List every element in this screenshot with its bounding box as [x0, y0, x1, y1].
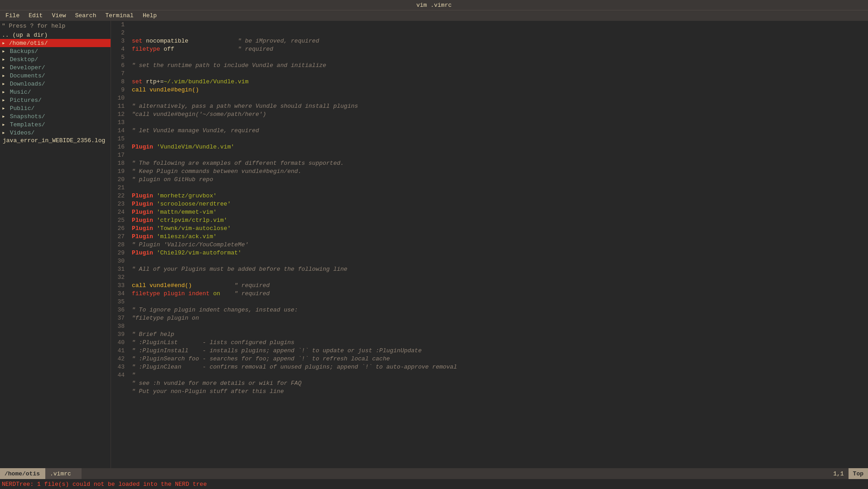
code-line: " :PluginList - lists configured plugins — [132, 339, 868, 347]
editor: 1234567891011121314151617181920212223242… — [111, 21, 868, 468]
sidebar-item[interactable]: ▸ Downloads/ — [0, 80, 111, 88]
menu-item-file[interactable]: File — [2, 11, 23, 20]
code-line: " To ignore plugin indent changes, inste… — [132, 306, 868, 314]
line-number: 34 — [111, 290, 125, 298]
main-area: " Press ? for help .. (up a dir)▸ /home/… — [0, 21, 868, 468]
line-number: 43 — [111, 363, 125, 371]
titlebar-text: vim .vimrc — [416, 2, 452, 9]
line-number: 6 — [111, 62, 125, 70]
line-number: 20 — [111, 176, 125, 184]
line-number: 44 — [111, 371, 125, 379]
code-line: Plugin 'Chiel92/vim-autoformat' — [132, 249, 868, 257]
code-line — [132, 151, 868, 159]
line-number: 41 — [111, 347, 125, 355]
line-number: 11 — [111, 102, 125, 110]
line-number: 1 — [111, 21, 125, 29]
menu-item-terminal[interactable]: Terminal — [101, 11, 137, 20]
status-position: 1,1 — [829, 468, 848, 479]
code-line: " let Vundle manage Vundle, required — [132, 127, 868, 135]
code-line: "call vundle#begin('~/some/path/here') — [132, 110, 868, 119]
code-line — [132, 94, 868, 102]
titlebar: vim .vimrc — [0, 0, 868, 10]
editor-content: 1234567891011121314151617181920212223242… — [111, 21, 868, 468]
code-area[interactable]: set nocompatible " be iMproved, required… — [128, 21, 868, 468]
code-line: " Put your non-Plugin stuff after this l… — [132, 388, 868, 396]
code-line — [132, 53, 868, 62]
code-line — [132, 135, 868, 143]
code-line — [132, 322, 868, 331]
line-number: 13 — [111, 119, 125, 127]
line-number: 22 — [111, 192, 125, 200]
line-number: 26 — [111, 225, 125, 233]
sidebar-item[interactable]: ▸ Public/ — [0, 104, 111, 112]
sidebar-item[interactable]: ▸ Backups/ — [0, 47, 111, 55]
line-number: 3 — [111, 37, 125, 45]
code-line: set nocompatible " be iMproved, required — [132, 37, 868, 45]
sidebar: " Press ? for help .. (up a dir)▸ /home/… — [0, 21, 111, 468]
sidebar-item[interactable]: java_error_in_WEBIDE_2356.log — [0, 137, 111, 144]
sidebar-item[interactable]: ▸ Videos/ — [0, 129, 111, 137]
menu-item-view[interactable]: View — [48, 11, 69, 20]
code-line: filetype plugin indent on " required — [132, 290, 868, 298]
line-number: 16 — [111, 143, 125, 151]
line-number: 19 — [111, 168, 125, 176]
sidebar-item[interactable]: ▸ Snapshots/ — [0, 112, 111, 120]
code-line: " Plugin 'Valloric/YouCompleteMe' — [132, 241, 868, 249]
code-line: " Brief help — [132, 331, 868, 339]
code-line: Plugin 'scrooloose/nerdtree' — [132, 200, 868, 208]
sidebar-item[interactable]: ▸ Developer/ — [0, 63, 111, 72]
status-path: /home/otis — [0, 468, 45, 479]
menubar: FileEditViewSearchTerminalHelp — [0, 10, 868, 21]
sidebar-item[interactable]: ▸ Pictures/ — [0, 96, 111, 104]
line-number: 39 — [111, 331, 125, 339]
menu-item-search[interactable]: Search — [72, 11, 100, 20]
sidebar-item[interactable]: .. (up a dir) — [0, 31, 111, 39]
line-number: 10 — [111, 94, 125, 102]
line-number: 15 — [111, 135, 125, 143]
sidebar-item[interactable]: ▸ /home/otis/ — [0, 39, 111, 47]
line-number: 36 — [111, 306, 125, 314]
line-number: 2 — [111, 29, 125, 37]
line-number: 32 — [111, 273, 125, 282]
line-number: 14 — [111, 127, 125, 135]
sidebar-item[interactable]: ▸ Templates/ — [0, 120, 111, 129]
code-line: filetype off " required — [132, 45, 868, 53]
line-number: 23 — [111, 200, 125, 208]
code-line: Plugin 'ctrlpvim/ctrlp.vim' — [132, 216, 868, 225]
menu-item-help[interactable]: Help — [139, 11, 160, 20]
code-line: "filetype plugin on — [132, 314, 868, 322]
sidebar-hint: " Press ? for help — [0, 21, 111, 31]
line-number: 33 — [111, 282, 125, 290]
code-line: " :PluginClean - confirms removal of unu… — [132, 363, 868, 371]
line-number: 21 — [111, 184, 125, 192]
menu-item-edit[interactable]: Edit — [25, 11, 46, 20]
sidebar-item[interactable]: ▸ Documents/ — [0, 72, 111, 80]
code-line: Plugin 'morhetz/gruvbox' — [132, 192, 868, 200]
line-number: 30 — [111, 257, 125, 265]
statusbar: /home/otis .vimrc 1,1 Top — [0, 468, 868, 479]
line-numbers: 1234567891011121314151617181920212223242… — [111, 21, 128, 468]
line-number: 7 — [111, 70, 125, 78]
sidebar-item[interactable]: ▸ Desktop/ — [0, 55, 111, 63]
line-number: 25 — [111, 216, 125, 225]
line-number: 17 — [111, 151, 125, 159]
line-number: 9 — [111, 86, 125, 94]
line-number: 40 — [111, 339, 125, 347]
code-line: " — [132, 371, 868, 379]
code-line: call vundle#end() " required — [132, 282, 868, 290]
line-number: 35 — [111, 298, 125, 306]
code-line: " plugin on GitHub repo — [132, 176, 868, 184]
status-file: .vimrc — [45, 468, 82, 479]
code-line: call vundle#begin() — [132, 86, 868, 94]
status-top: Top — [849, 468, 868, 479]
line-number: 8 — [111, 78, 125, 86]
code-line: " alternatively, pass a path where Vundl… — [132, 102, 868, 110]
code-line — [132, 70, 868, 78]
code-line — [132, 119, 868, 127]
line-number: 42 — [111, 355, 125, 363]
sidebar-item[interactable]: ▸ Music/ — [0, 88, 111, 96]
sidebar-items: .. (up a dir)▸ /home/otis/▸ Backups/▸ De… — [0, 31, 111, 468]
cmdbar: NERDTree: 1 file(s) could not be loaded … — [0, 479, 868, 489]
line-number: 24 — [111, 208, 125, 216]
line-number: 27 — [111, 233, 125, 241]
